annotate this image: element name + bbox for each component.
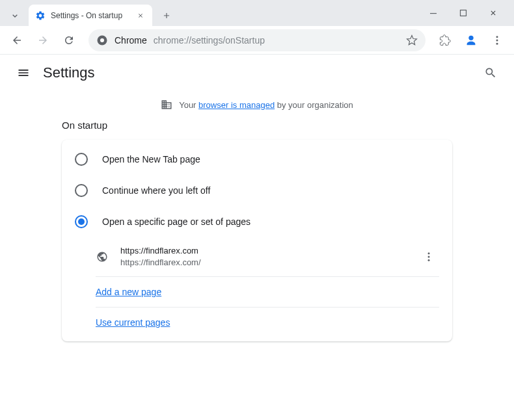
settings-header: Settings <box>0 55 514 91</box>
svg-point-3 <box>100 38 104 42</box>
managed-link[interactable]: browser is managed <box>198 100 275 110</box>
browser-toolbar: Chrome chrome://settings/onStartup <box>0 26 514 55</box>
radio-label: Continue where you left off <box>102 185 210 196</box>
page-title-text: https://findflarex.com <box>120 245 418 257</box>
svg-point-10 <box>428 259 430 261</box>
close-tab-button[interactable] <box>135 10 146 21</box>
tab-title: Settings - On startup <box>51 11 135 20</box>
svg-point-4 <box>468 35 473 40</box>
tab-search-dropdown[interactable] <box>5 7 25 25</box>
svg-point-5 <box>496 36 498 38</box>
close-window-button[interactable] <box>484 4 502 22</box>
back-button[interactable] <box>7 30 27 51</box>
forward-button[interactable] <box>33 30 53 51</box>
add-page-row: Add a new page <box>96 277 439 308</box>
minimize-button[interactable] <box>424 4 442 22</box>
radio-icon <box>75 153 88 166</box>
svg-rect-1 <box>461 10 467 16</box>
bookmark-button[interactable] <box>406 34 418 46</box>
page-title: Settings <box>43 64 95 81</box>
maximize-button[interactable] <box>454 4 472 22</box>
svg-point-6 <box>496 39 498 41</box>
address-bar[interactable]: Chrome chrome://settings/onStartup <box>88 29 426 51</box>
globe-icon <box>96 250 109 263</box>
menu-button[interactable] <box>12 61 35 85</box>
reload-button[interactable] <box>59 30 79 51</box>
content: On startup Open the New Tab page Continu… <box>0 120 455 341</box>
svg-point-7 <box>496 42 498 44</box>
radio-icon <box>75 184 88 197</box>
new-tab-button[interactable] <box>157 7 176 25</box>
radio-continue[interactable]: Continue where you left off <box>62 175 452 206</box>
add-page-link[interactable]: Add a new page <box>96 287 161 297</box>
tab-strip: Settings - On startup <box>5 0 424 26</box>
page-urls: https://findflarex.com https://findflare… <box>120 245 418 269</box>
titlebar: Settings - On startup <box>0 0 514 26</box>
svg-rect-0 <box>430 13 437 14</box>
main-menu-button[interactable] <box>487 30 507 51</box>
chrome-icon <box>96 34 108 46</box>
startup-card: Open the New Tab page Continue where you… <box>62 140 452 341</box>
page-url-text: https://findflarex.com/ <box>120 257 418 269</box>
radio-specific-pages[interactable]: Open a specific page or set of pages <box>62 206 452 237</box>
managed-text: Your browser is managed by your organiza… <box>179 100 353 110</box>
search-button[interactable] <box>479 61 502 85</box>
radio-label: Open the New Tab page <box>102 154 200 164</box>
svg-point-8 <box>428 252 430 254</box>
window-controls <box>424 4 509 22</box>
settings-gear-icon <box>35 10 46 21</box>
svg-point-9 <box>428 256 430 258</box>
use-current-row: Use current pages <box>96 308 439 337</box>
omnibox-url: chrome://settings/onStartup <box>154 35 265 46</box>
pages-subsection: https://findflarex.com https://findflare… <box>62 237 452 337</box>
startup-page-row: https://findflarex.com https://findflare… <box>96 237 439 277</box>
domain-icon <box>161 99 172 111</box>
profile-button[interactable] <box>461 30 481 51</box>
radio-new-tab[interactable]: Open the New Tab page <box>62 144 452 175</box>
radio-icon <box>75 215 88 228</box>
managed-banner: Your browser is managed by your organiza… <box>0 91 514 120</box>
browser-tab[interactable]: Settings - On startup <box>29 5 152 26</box>
page-more-button[interactable] <box>418 246 439 267</box>
extensions-button[interactable] <box>435 30 455 51</box>
omnibox-chip: Chrome <box>115 35 147 46</box>
section-title: On startup <box>62 120 455 131</box>
use-current-link[interactable]: Use current pages <box>96 317 170 328</box>
radio-label: Open a specific page or set of pages <box>102 217 250 227</box>
